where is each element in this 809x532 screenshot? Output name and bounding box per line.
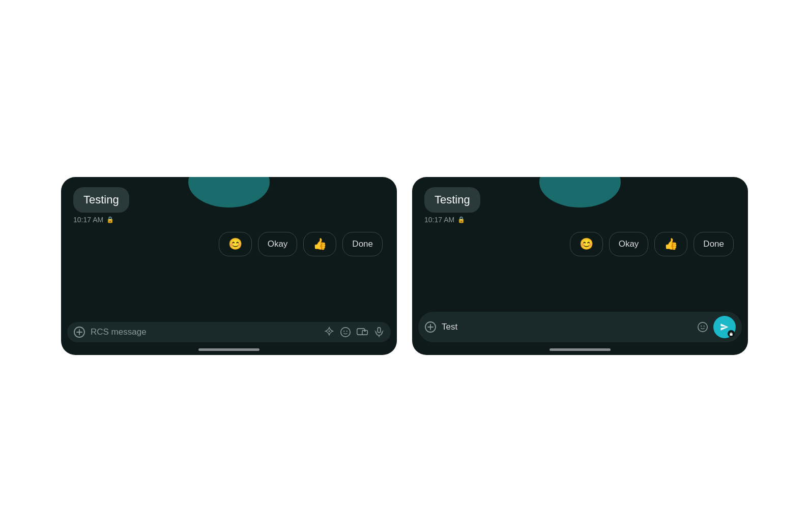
svg-point-15 bbox=[701, 326, 702, 327]
right-emoji-button[interactable] bbox=[697, 321, 708, 333]
svg-point-6 bbox=[346, 331, 348, 332]
left-okay-chip[interactable]: Okay bbox=[258, 232, 298, 256]
right-message-text: Testing bbox=[435, 193, 470, 206]
right-thumbs-chip-icon: 👍 bbox=[664, 238, 678, 251]
left-home-indicator bbox=[198, 348, 259, 351]
left-phone-panel: Testing 10:17 AM 🔒 😊 Okay 👍 Done bbox=[61, 177, 397, 355]
right-chat-area: Testing 10:17 AM 🔒 😊 Okay 👍 Done bbox=[412, 177, 748, 312]
send-lock-badge bbox=[728, 330, 735, 337]
svg-point-14 bbox=[698, 322, 707, 332]
left-done-chip[interactable]: Done bbox=[342, 232, 383, 256]
svg-rect-17 bbox=[730, 333, 732, 336]
left-add-button[interactable] bbox=[73, 326, 85, 338]
right-done-chip-label: Done bbox=[703, 239, 724, 249]
right-emoji-chip[interactable]: 😊 bbox=[570, 232, 603, 256]
left-emoji-button[interactable] bbox=[340, 327, 351, 338]
left-message-time: 10:17 AM bbox=[73, 216, 103, 224]
left-emoji-chip-icon: 😊 bbox=[228, 238, 242, 251]
main-container: Testing 10:17 AM 🔒 😊 Okay 👍 Done bbox=[0, 0, 809, 532]
left-voice-button[interactable] bbox=[373, 327, 385, 338]
right-thumbs-chip[interactable]: 👍 bbox=[654, 232, 687, 256]
left-okay-chip-label: Okay bbox=[268, 239, 288, 249]
left-ai-icon[interactable] bbox=[324, 327, 335, 338]
right-lock-icon: 🔒 bbox=[457, 216, 465, 223]
right-message-input[interactable]: Test bbox=[442, 322, 692, 332]
svg-rect-10 bbox=[378, 328, 381, 333]
right-message-bubble: Testing bbox=[424, 187, 480, 213]
left-input-bar: RCS message bbox=[67, 322, 391, 342]
left-lock-icon: 🔒 bbox=[106, 216, 114, 223]
right-done-chip[interactable]: Done bbox=[694, 232, 734, 256]
left-message-meta: 10:17 AM 🔒 bbox=[73, 216, 385, 224]
right-message-meta: 10:17 AM 🔒 bbox=[424, 216, 736, 224]
left-thumbs-chip-icon: 👍 bbox=[313, 238, 327, 251]
svg-point-4 bbox=[341, 328, 350, 337]
left-media-button[interactable] bbox=[356, 327, 368, 338]
left-done-chip-label: Done bbox=[352, 239, 373, 249]
left-message-bubble: Testing bbox=[73, 187, 129, 213]
right-home-indicator bbox=[550, 348, 611, 351]
svg-point-5 bbox=[343, 331, 344, 332]
left-thumbs-chip[interactable]: 👍 bbox=[303, 232, 336, 256]
left-chat-area: Testing 10:17 AM 🔒 😊 Okay 👍 Done bbox=[61, 177, 397, 322]
svg-point-9 bbox=[364, 330, 365, 332]
right-message-time: 10:17 AM bbox=[424, 216, 454, 224]
right-okay-chip-label: Okay bbox=[619, 239, 639, 249]
right-input-value: Test bbox=[442, 322, 457, 332]
right-input-bar: Test bbox=[418, 312, 742, 342]
left-message-text: Testing bbox=[83, 193, 119, 206]
right-okay-chip[interactable]: Okay bbox=[609, 232, 649, 256]
svg-point-16 bbox=[704, 326, 705, 327]
svg-point-3 bbox=[329, 331, 330, 332]
right-quick-replies: 😊 Okay 👍 Done bbox=[424, 232, 736, 256]
right-emoji-chip-icon: 😊 bbox=[580, 238, 593, 251]
left-emoji-chip[interactable]: 😊 bbox=[219, 232, 252, 256]
right-send-button[interactable] bbox=[713, 316, 736, 338]
right-add-button[interactable] bbox=[424, 321, 437, 333]
left-input-placeholder: RCS message bbox=[91, 327, 147, 337]
left-message-input[interactable]: RCS message bbox=[91, 327, 319, 337]
right-phone-panel: Testing 10:17 AM 🔒 😊 Okay 👍 Done bbox=[412, 177, 748, 355]
left-quick-replies: 😊 Okay 👍 Done bbox=[73, 232, 385, 256]
